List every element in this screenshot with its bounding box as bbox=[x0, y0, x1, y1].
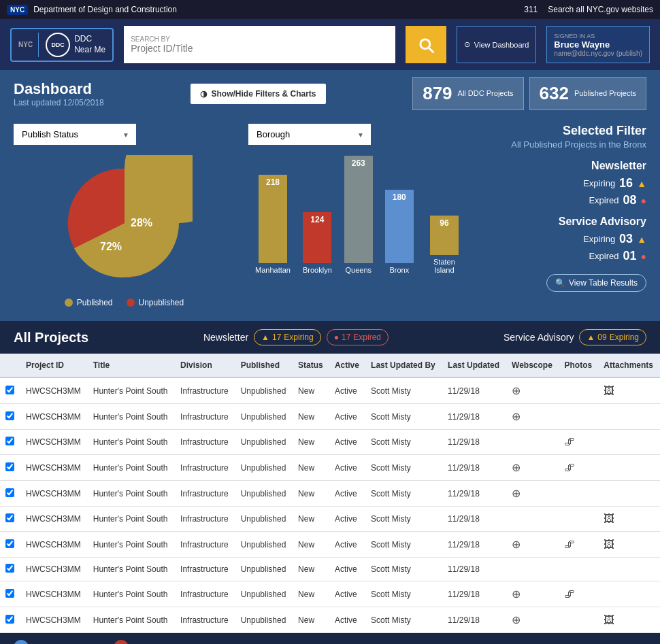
col-active: Active bbox=[329, 354, 365, 377]
borough-dropdown[interactable]: Borough bbox=[248, 124, 371, 145]
sa-section-label: Service Advisory bbox=[504, 332, 574, 343]
row-checkbox-cell[interactable] bbox=[0, 455, 20, 481]
row-checkbox-cell[interactable] bbox=[0, 607, 20, 633]
row-attachments[interactable] bbox=[598, 404, 660, 430]
row-photos[interactable] bbox=[559, 507, 598, 532]
col-published: Published bbox=[235, 354, 293, 377]
row-webscope[interactable]: ⊕ bbox=[506, 455, 559, 481]
unpublish-selected-button[interactable]: ↓ Unpublish Selected bbox=[114, 640, 210, 644]
row-title: Hunter's Point South bbox=[88, 377, 175, 404]
stats-right: 879 All DDC Projects 632 Published Proje… bbox=[412, 77, 646, 110]
globe-icon[interactable]: ⊕ bbox=[512, 385, 521, 396]
row-checkbox[interactable] bbox=[5, 513, 14, 522]
borough-filter-bar: Borough bbox=[248, 124, 469, 145]
paperclip-icon[interactable]: 🖇 bbox=[564, 462, 575, 473]
row-webscope[interactable]: ⊕ bbox=[506, 404, 559, 430]
paperclip-icon[interactable]: 🖇 bbox=[564, 436, 575, 447]
row-checkbox-cell[interactable] bbox=[0, 377, 20, 404]
row-attachments[interactable]: 🖼 bbox=[598, 607, 660, 633]
borough-dropdown-wrapper[interactable]: Borough bbox=[248, 124, 371, 145]
globe-icon[interactable]: ⊕ bbox=[512, 488, 521, 499]
table-row: HWCSCH3MM Hunter's Point South Infrastru… bbox=[0, 377, 660, 404]
expired-circle-icon: ● bbox=[641, 195, 646, 206]
search-button[interactable] bbox=[406, 26, 446, 63]
globe-icon[interactable]: ⊕ bbox=[512, 411, 521, 422]
row-webscope[interactable] bbox=[506, 507, 559, 532]
row-checkbox[interactable] bbox=[5, 488, 14, 497]
image-icon[interactable]: 🖼 bbox=[604, 614, 614, 626]
globe-icon[interactable]: ⊕ bbox=[512, 539, 521, 550]
row-checkbox-cell[interactable] bbox=[0, 481, 20, 507]
show-hide-button[interactable]: ◑ Show/Hide Filters & Charts bbox=[191, 84, 325, 104]
row-webscope[interactable] bbox=[506, 558, 559, 581]
row-checkbox[interactable] bbox=[5, 589, 14, 598]
view-dashboard-button[interactable]: ⊙ View Dashboard bbox=[457, 26, 537, 63]
publish-status-dropdown[interactable]: Publish Status bbox=[14, 124, 136, 145]
newsletter-expired-badge[interactable]: ● 17 Expired bbox=[327, 329, 389, 345]
image-icon[interactable]: 🖼 bbox=[604, 513, 614, 524]
row-attachments[interactable] bbox=[598, 558, 660, 581]
search-input[interactable] bbox=[131, 43, 389, 54]
newsletter-expiring-badge[interactable]: ▲ 17 Expiring bbox=[254, 329, 321, 345]
row-photos[interactable] bbox=[559, 481, 598, 507]
pie-chart-section: Publish Status bbox=[14, 124, 235, 307]
row-attachments[interactable]: 🖼 bbox=[598, 377, 660, 404]
bar-chart: 218Manhattan124Brooklyn263Queens180Bronx… bbox=[255, 155, 463, 291]
row-photos[interactable] bbox=[559, 558, 598, 581]
row-webscope[interactable]: ⊕ bbox=[506, 607, 559, 633]
prev-page-button[interactable]: ◀ bbox=[531, 641, 539, 645]
row-updated-by: Scott Misty bbox=[365, 430, 442, 455]
row-checkbox[interactable] bbox=[5, 539, 14, 548]
paperclip-icon[interactable]: 🖇 bbox=[564, 588, 575, 600]
image-icon[interactable]: 🖼 bbox=[604, 385, 614, 396]
paperclip-icon[interactable]: 🖇 bbox=[564, 539, 575, 550]
row-attachments[interactable]: 🖼 bbox=[598, 507, 660, 532]
row-webscope[interactable]: ⊕ bbox=[506, 532, 559, 558]
next-page-button[interactable]: ▶ bbox=[575, 641, 583, 645]
row-webscope[interactable] bbox=[506, 430, 559, 455]
globe-icon[interactable]: ⊕ bbox=[512, 462, 521, 473]
row-checkbox-cell[interactable] bbox=[0, 558, 20, 581]
row-checkbox-cell[interactable] bbox=[0, 507, 20, 532]
ddc-circle: DDC bbox=[46, 33, 70, 57]
row-division: Infrastructure bbox=[175, 558, 235, 581]
row-attachments[interactable] bbox=[598, 455, 660, 481]
row-checkbox[interactable] bbox=[5, 564, 14, 573]
row-attachments[interactable] bbox=[598, 430, 660, 455]
row-checkbox-cell[interactable] bbox=[0, 532, 20, 558]
globe-icon[interactable]: ⊕ bbox=[512, 614, 521, 626]
row-checkbox[interactable] bbox=[5, 386, 14, 394]
sa-expiring-badge[interactable]: ▲ 09 Expiring bbox=[579, 329, 646, 345]
row-published: Unpublished bbox=[235, 558, 293, 581]
row-photos[interactable]: 🖇 bbox=[559, 455, 598, 481]
row-photos[interactable] bbox=[559, 377, 598, 404]
row-attachments[interactable] bbox=[598, 481, 660, 507]
expiring-label-nl: Expiring bbox=[583, 178, 615, 188]
row-checkbox-cell[interactable] bbox=[0, 581, 20, 607]
newsletter-badges: Newsletter ▲ 17 Expiring ● 17 Expired bbox=[203, 329, 389, 345]
row-photos[interactable]: 🖇 bbox=[559, 532, 598, 558]
top-search-link[interactable]: Search all NYC.gov websites bbox=[548, 5, 653, 14]
row-photos[interactable]: 🖇 bbox=[559, 581, 598, 607]
row-attachments[interactable] bbox=[598, 581, 660, 607]
row-checkbox-cell[interactable] bbox=[0, 404, 20, 430]
row-photos[interactable] bbox=[559, 404, 598, 430]
row-photos[interactable] bbox=[559, 607, 598, 633]
row-checkbox[interactable] bbox=[5, 437, 14, 445]
row-checkbox[interactable] bbox=[5, 462, 14, 471]
table-row: HWCSCH3MM Hunter's Point South Infrastru… bbox=[0, 607, 660, 633]
publish-status-dropdown-wrapper[interactable]: Publish Status bbox=[14, 124, 136, 145]
row-webscope[interactable]: ⊕ bbox=[506, 481, 559, 507]
row-checkbox-cell[interactable] bbox=[0, 430, 20, 455]
globe-icon[interactable]: ⊕ bbox=[512, 588, 521, 600]
col-attachments: Attachments bbox=[598, 354, 660, 377]
publish-selected-button[interactable]: ℹ Publish Selected bbox=[14, 640, 100, 644]
row-photos[interactable]: 🖇 bbox=[559, 430, 598, 455]
row-webscope[interactable]: ⊕ bbox=[506, 377, 559, 404]
row-checkbox[interactable] bbox=[5, 615, 14, 624]
row-webscope[interactable]: ⊕ bbox=[506, 581, 559, 607]
image-icon[interactable]: 🖼 bbox=[604, 539, 614, 550]
row-attachments[interactable]: 🖼 bbox=[598, 532, 660, 558]
view-table-button[interactable]: 🔍 View Table Results bbox=[546, 274, 646, 292]
row-checkbox[interactable] bbox=[5, 411, 14, 420]
